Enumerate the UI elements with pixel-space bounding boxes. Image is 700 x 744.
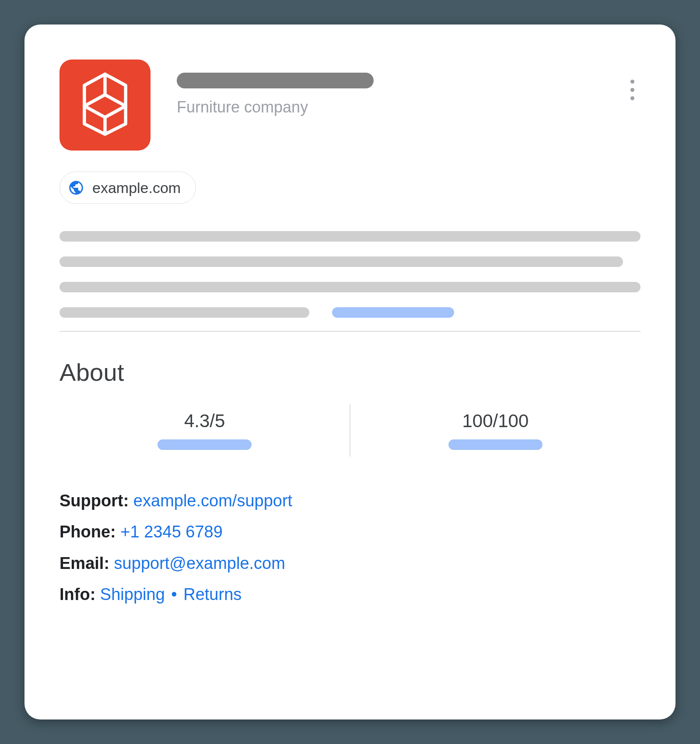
- about-heading: About: [60, 358, 640, 386]
- more-vert-icon: [630, 80, 634, 84]
- more-vert-icon: [630, 88, 634, 92]
- stat-label-placeholder: [448, 439, 542, 450]
- email-row: Email: support@example.com: [60, 553, 640, 574]
- stat-rating-value: 4.3/5: [184, 411, 225, 432]
- website-chip-row: example.com: [60, 172, 640, 204]
- stat-score: 100/100: [350, 400, 640, 461]
- info-label: Info:: [60, 585, 95, 604]
- website-chip[interactable]: example.com: [60, 172, 196, 204]
- more-options-button[interactable]: [628, 77, 637, 103]
- info-shipping-link[interactable]: Shipping: [100, 585, 165, 604]
- knowledge-panel-card: Furniture company example.com Abo: [24, 25, 676, 719]
- info-returns-link[interactable]: Returns: [183, 585, 242, 604]
- description-block: [60, 231, 640, 318]
- card-header: Furniture company: [60, 60, 640, 151]
- email-label: Email:: [60, 554, 109, 572]
- more-vert-icon: [630, 96, 634, 100]
- phone-label: Phone:: [60, 523, 116, 541]
- phone-row: Phone: +1 2345 6789: [60, 522, 640, 543]
- contact-block: Support: example.com/support Phone: +1 2…: [60, 491, 640, 605]
- merchant-logo: [60, 60, 150, 151]
- stat-label-placeholder: [158, 439, 252, 450]
- globe-icon: [68, 179, 84, 196]
- merchant-category: Furniture company: [177, 98, 374, 116]
- stat-rating: 4.3/5: [60, 400, 350, 461]
- header-text-block: Furniture company: [177, 60, 374, 116]
- description-line: [60, 282, 640, 292]
- description-line: [60, 307, 309, 318]
- phone-link[interactable]: +1 2345 6789: [120, 523, 223, 541]
- info-separator: •: [171, 585, 177, 604]
- description-link-placeholder[interactable]: [332, 307, 454, 318]
- support-label: Support:: [60, 491, 129, 510]
- email-link[interactable]: support@example.com: [114, 554, 285, 572]
- stat-score-value: 100/100: [462, 411, 528, 432]
- description-line: [60, 256, 623, 267]
- website-chip-label: example.com: [92, 179, 181, 197]
- section-divider: [60, 331, 640, 332]
- support-row: Support: example.com/support: [60, 491, 640, 512]
- stats-row: 4.3/5 100/100: [60, 400, 640, 461]
- info-row: Info: Shipping • Returns: [60, 584, 640, 605]
- chair-icon: [77, 71, 133, 139]
- merchant-name-placeholder: [177, 73, 374, 88]
- support-link[interactable]: example.com/support: [133, 491, 292, 510]
- description-line: [60, 231, 640, 242]
